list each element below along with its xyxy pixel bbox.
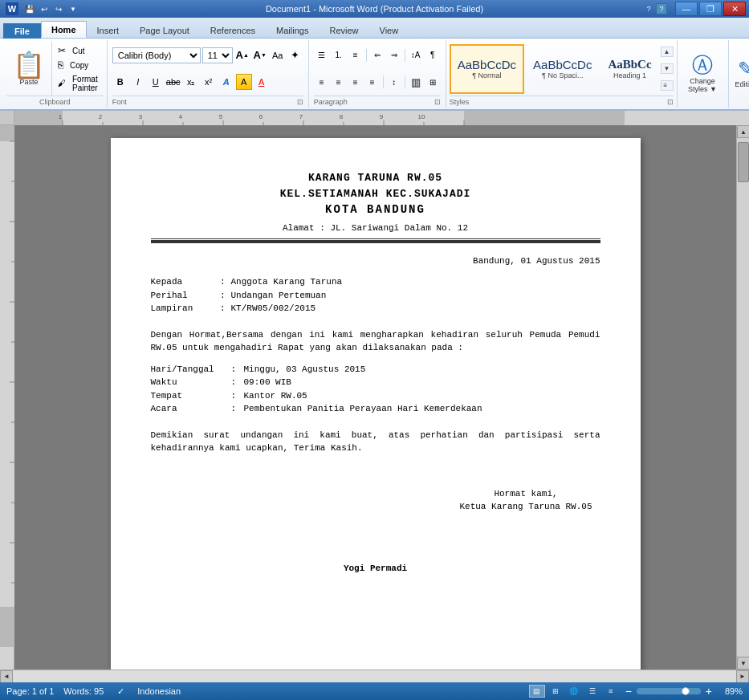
svg-text:2: 2: [99, 113, 103, 120]
italic-button[interactable]: I: [130, 74, 146, 90]
close-button[interactable]: ✕: [723, 2, 746, 16]
view-buttons: ▤ ⊞ 🌐 ☰ ≡: [529, 685, 619, 698]
zoom-slider[interactable]: [637, 688, 701, 694]
style-no-spacing-label: ¶ No Spaci...: [542, 71, 583, 79]
decrease-indent-button[interactable]: ⇐: [369, 47, 385, 63]
detail-tempat-label: Tempat: [151, 389, 231, 403]
styles-scroll-up[interactable]: ▲: [661, 47, 674, 57]
multilevel-list-button[interactable]: ≡: [348, 47, 364, 63]
tab-view[interactable]: View: [369, 22, 409, 38]
borders-button[interactable]: ⊞: [425, 74, 441, 90]
show-marks-button[interactable]: ¶: [425, 47, 441, 63]
zoom-plus-button[interactable]: +: [704, 685, 714, 698]
language-label: Indonesian: [137, 686, 181, 696]
full-screen-view-button[interactable]: ⊞: [548, 685, 564, 698]
change-case-button[interactable]: Aa: [270, 47, 286, 63]
doc-closing-text: Demikian surat undangan ini kami buat, a…: [151, 429, 600, 455]
doc-signature: Hormat kami, Ketua Karang Taruna RW.05: [459, 487, 592, 514]
help-icon[interactable]: ?: [656, 3, 667, 14]
numbering-button[interactable]: 1.: [331, 47, 347, 63]
draft-view-button[interactable]: ≡: [603, 685, 619, 698]
zoom-thumb[interactable]: [682, 687, 690, 695]
clear-formatting-button[interactable]: ✦: [287, 47, 303, 63]
zoom-minus-button[interactable]: −: [624, 685, 633, 698]
web-layout-view-button[interactable]: 🌐: [566, 685, 582, 698]
highlight-button[interactable]: A: [236, 74, 252, 90]
styles-more[interactable]: ≡: [661, 80, 674, 91]
print-layout-view-button[interactable]: ▤: [529, 685, 545, 698]
underline-button[interactable]: U: [148, 74, 164, 90]
align-left-button[interactable]: ≡: [314, 74, 330, 90]
style-heading1[interactable]: AaBbCc Heading 1: [600, 44, 658, 94]
tab-home[interactable]: Home: [41, 21, 87, 38]
grow-font-button[interactable]: A▲: [234, 47, 250, 63]
ribbon-minimize-icon[interactable]: ?: [643, 3, 654, 14]
paste-button[interactable]: 📋 Paste: [6, 42, 52, 96]
font-size-select[interactable]: 11: [202, 47, 233, 63]
subscript-button[interactable]: x₂: [183, 74, 199, 90]
shading-button[interactable]: ▥: [408, 74, 424, 90]
tab-review[interactable]: Review: [319, 22, 368, 38]
meta-lampiran: Lampiran : KT/RW05/002/2015: [151, 302, 600, 315]
minimize-button[interactable]: —: [675, 2, 698, 16]
tab-mailings[interactable]: Mailings: [266, 22, 319, 38]
align-right-button[interactable]: ≡: [348, 74, 364, 90]
copy-label[interactable]: Copy: [67, 60, 91, 71]
document-page[interactable]: KARANG TARUNA RW.05 KEL.SETIAMANAH KEC.S…: [111, 138, 641, 669]
style-normal-label: ¶ Normal: [472, 71, 501, 79]
scroll-down-button[interactable]: ▼: [737, 657, 749, 669]
tab-file[interactable]: File: [3, 23, 41, 39]
restore-button[interactable]: ❐: [699, 2, 722, 16]
styles-dialog-launcher[interactable]: ⊡: [667, 98, 674, 106]
strikethrough-button[interactable]: abc: [165, 74, 181, 90]
detail-tempat-colon: :: [231, 389, 244, 403]
document-scroll-area[interactable]: KARANG TARUNA RW.05 KEL.SETIAMANAH KEC.S…: [14, 125, 736, 669]
scroll-left-button[interactable]: ◄: [0, 670, 13, 683]
style-no-spacing[interactable]: AaBbCcDc ¶ No Spaci...: [526, 44, 599, 94]
svg-rect-2: [464, 111, 625, 125]
tab-references[interactable]: References: [200, 22, 266, 38]
redo-button[interactable]: ↪: [52, 2, 65, 15]
increase-indent-button[interactable]: ⇒: [386, 47, 402, 63]
format-painter-label[interactable]: Format Painter: [70, 74, 100, 93]
tab-page-layout[interactable]: Page Layout: [129, 22, 200, 38]
svg-text:7: 7: [299, 113, 303, 120]
justify-button[interactable]: ≡: [364, 74, 381, 90]
cut-button[interactable]: ✂: [55, 44, 68, 57]
vertical-ruler: [0, 125, 14, 669]
customize-quick-access-button[interactable]: ▼: [67, 2, 79, 15]
doc-date: Bandung, 01 Agustus 2015: [151, 254, 600, 268]
cut-label[interactable]: Cut: [70, 46, 88, 56]
tab-insert[interactable]: Insert: [87, 22, 130, 38]
superscript-button[interactable]: x²: [201, 74, 217, 90]
change-styles-button[interactable]: Ⓐ ChangeStyles ▼: [678, 40, 729, 108]
format-painter-button[interactable]: 🖌: [55, 78, 68, 88]
undo-button[interactable]: ↩: [38, 2, 51, 15]
save-button[interactable]: 💾: [23, 2, 36, 15]
font-dialog-launcher[interactable]: ⊡: [297, 98, 303, 106]
meta-perihal-label: Perihal: [151, 289, 215, 303]
scroll-up-button[interactable]: ▲: [737, 125, 749, 138]
text-effects-button[interactable]: A: [218, 74, 234, 90]
svg-text:6: 6: [259, 113, 263, 120]
paragraph-dialog-launcher[interactable]: ⊡: [434, 98, 441, 106]
outline-view-button[interactable]: ☰: [584, 685, 600, 698]
line-spacing-button[interactable]: ↕: [386, 74, 402, 90]
proofing-icon[interactable]: ✓: [113, 684, 128, 698]
font-family-select[interactable]: Calibri (Body): [112, 47, 201, 63]
copy-button[interactable]: ⎘: [55, 59, 66, 71]
svg-rect-26: [0, 607, 14, 647]
bottom-area: ◄ ► Page: 1 of 1 Words: 95 ✓ Indonesian …: [0, 669, 749, 700]
style-normal[interactable]: AaBbCcDc ¶ Normal: [450, 44, 524, 94]
shrink-font-button[interactable]: A▼: [252, 47, 268, 63]
bullets-button[interactable]: ☰: [314, 47, 330, 63]
styles-scroll-down[interactable]: ▼: [661, 63, 674, 74]
ruler-corner: [0, 111, 14, 124]
font-color-button[interactable]: A: [254, 74, 270, 90]
scroll-thumb[interactable]: [738, 142, 749, 182]
sort-button[interactable]: ↕A: [408, 47, 424, 63]
align-center-button[interactable]: ≡: [331, 74, 347, 90]
bold-button[interactable]: B: [112, 74, 128, 90]
scroll-right-button[interactable]: ►: [736, 670, 749, 683]
svg-rect-1: [14, 111, 63, 125]
